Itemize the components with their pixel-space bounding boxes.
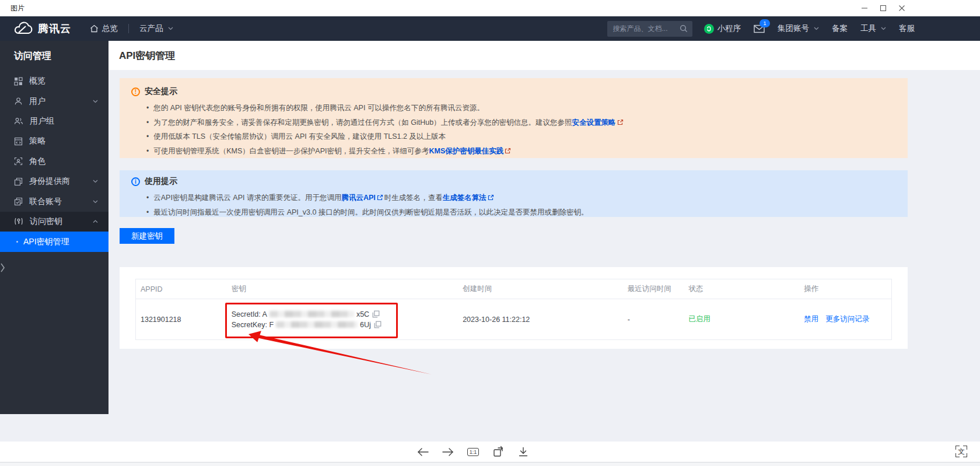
secret-id-line: SecretId: Ax5C <box>232 309 458 320</box>
user-icon <box>14 97 23 106</box>
nav-group-account[interactable]: 集团账号 <box>778 23 819 34</box>
close-icon <box>898 5 905 12</box>
download-button[interactable] <box>516 444 531 460</box>
usage-bullet-1: •云API密钥是构建腾讯云 API 请求的重要凭证。用于您调用腾讯云API时生成… <box>146 191 896 205</box>
sidebar-item-policies[interactable]: 策略 <box>0 131 108 151</box>
sidebar-item-federated-accounts[interactable]: 联合账号 <box>0 191 108 211</box>
cloud-api-link[interactable]: 腾讯云API <box>341 194 375 202</box>
nav-messages[interactable]: 1 <box>754 24 765 33</box>
nav-group-account-label: 集团账号 <box>778 23 809 34</box>
nav-divider <box>128 24 129 33</box>
sidebar-item-roles[interactable]: 角色 <box>0 152 108 171</box>
warning-icon: ! <box>131 87 140 96</box>
kms-best-practice-link[interactable]: KMS保护密钥最佳实践 <box>429 147 503 155</box>
security-bullet-2: •为了您的财产和服务安全，请妥善保存和定期更换密钥，请勿通过任何方式（如 Git… <box>146 115 896 130</box>
col-header-last-access: 最近访问时间 <box>623 284 684 294</box>
role-icon <box>14 157 23 166</box>
sidebar-active-item-label: API密钥管理 <box>23 237 69 247</box>
actions-cell: 禁用更多访问记录 <box>799 314 891 324</box>
signature-algorithm-link[interactable]: 生成签名算法 <box>443 194 487 202</box>
nav-tools-label: 工具 <box>860 23 876 34</box>
copy-icon[interactable] <box>372 310 380 318</box>
sidebar-item-user-groups[interactable]: 用户组 <box>0 111 108 131</box>
nav-overview[interactable]: 总览 <box>90 23 118 34</box>
actual-size-button[interactable]: 1:1 <box>466 444 481 460</box>
security-bullet-3: •使用低版本 TLS（安全传输层协议）调用云 API 有安全风险，建议使用 TL… <box>146 129 896 144</box>
home-icon <box>90 24 99 33</box>
sidebar-item-overview[interactable]: 概览 <box>0 71 108 91</box>
nav-mini-program-label: 小程序 <box>718 23 741 34</box>
col-header-status: 状态 <box>684 284 800 294</box>
arrow-left-icon <box>416 447 429 457</box>
sidebar-item-label: 访问密钥 <box>30 216 62 227</box>
window-bottom-edge <box>0 462 980 466</box>
previous-image-button[interactable] <box>415 444 430 460</box>
sidebar-item-label: 联合账号 <box>29 197 62 207</box>
nav-beian-label: 备案 <box>832 23 848 34</box>
page-header: API密钥管理 <box>108 41 980 70</box>
sidebar-item-api-key-management[interactable]: API密钥管理 <box>0 232 108 252</box>
minimize-button[interactable] <box>855 0 874 16</box>
rotate-icon <box>492 446 505 458</box>
sidebar-item-access-keys[interactable]: 访问密钥 <box>0 212 108 232</box>
nav-mini-program[interactable]: 小程序 <box>704 23 741 34</box>
chevron-down-icon <box>814 27 819 30</box>
policy-icon <box>14 137 23 146</box>
chevron-down-icon <box>93 180 98 183</box>
download-icon <box>517 446 529 458</box>
dashboard-icon <box>14 77 23 86</box>
sidebar-item-identity-providers[interactable]: 身份提供商 <box>0 171 108 191</box>
external-link-icon <box>377 194 383 201</box>
sidebar-item-label: 用户组 <box>30 116 54 127</box>
chevron-down-icon <box>93 100 98 103</box>
redacted-secret-id <box>270 311 354 317</box>
security-alert-title: 安全提示 <box>145 86 177 97</box>
nav-tools[interactable]: 工具 <box>860 23 886 34</box>
appid-value: 1321901218 <box>136 316 227 324</box>
key-icon <box>14 217 23 226</box>
col-header-actions: 操作 <box>799 284 891 294</box>
sidebar-title: 访问管理 <box>0 41 108 64</box>
mini-program-icon <box>704 24 714 34</box>
sidebar-item-label: 概览 <box>29 76 46 86</box>
external-link-icon <box>617 119 624 125</box>
edge-chevron-icon[interactable] <box>0 262 5 274</box>
chevron-down-icon <box>881 27 886 30</box>
nav-products[interactable]: 云产品 <box>139 23 173 34</box>
search-box[interactable] <box>607 21 692 37</box>
nav-support[interactable]: 客服 <box>899 23 915 34</box>
disable-key-link[interactable]: 禁用 <box>804 315 818 323</box>
sidebar-item-users[interactable]: 用户 <box>0 91 108 111</box>
key-table: APPID 密钥 创建时间 最近访问时间 状态 操作 1321901218 Se… <box>135 279 892 340</box>
close-button[interactable] <box>892 0 911 16</box>
security-bullet-1: •您的 API 密钥代表您的账号身份和所拥有的权限，使用腾讯云 API 可以操作… <box>146 101 896 115</box>
window-title: 图片 <box>10 3 24 13</box>
page-content: ! 安全提示 •您的 API 密钥代表您的账号身份和所拥有的权限，使用腾讯云 A… <box>108 70 980 442</box>
nav-beian[interactable]: 备案 <box>832 23 848 34</box>
search-input[interactable] <box>612 24 680 33</box>
more-access-records-link[interactable]: 更多访问记录 <box>825 315 869 323</box>
chevron-up-icon <box>93 220 98 223</box>
maximize-icon <box>880 5 887 12</box>
copy-icon[interactable] <box>374 321 382 328</box>
cloud-logo-icon <box>13 22 33 36</box>
minimize-icon <box>861 5 868 12</box>
usage-alert-title: 使用提示 <box>145 176 177 187</box>
table-header-row: APPID 密钥 创建时间 最近访问时间 状态 操作 <box>136 279 891 299</box>
maximize-button[interactable] <box>874 0 892 16</box>
nav-products-label: 云产品 <box>139 23 163 34</box>
federated-account-icon <box>14 197 23 206</box>
extract-text-button[interactable]: 文 <box>954 444 968 458</box>
security-policy-link[interactable]: 安全设置策略 <box>572 118 616 127</box>
rotate-button[interactable] <box>491 444 506 460</box>
sidebar-item-label: 身份提供商 <box>29 176 70 187</box>
sidebar: 访问管理 概览 用户 用户组 策略 角色 <box>0 41 108 414</box>
external-link-icon <box>488 194 494 201</box>
info-icon: i <box>131 177 140 186</box>
tencent-cloud-logo[interactable]: 腾讯云 <box>13 22 71 36</box>
table-row: 1321901218 SecretId: Ax5C SecretKey: F6U… <box>136 299 891 339</box>
next-image-button[interactable] <box>440 444 456 460</box>
nav-support-label: 客服 <box>899 23 915 34</box>
create-key-button[interactable]: 新建密钥 <box>120 228 174 244</box>
col-header-created: 创建时间 <box>458 284 623 294</box>
